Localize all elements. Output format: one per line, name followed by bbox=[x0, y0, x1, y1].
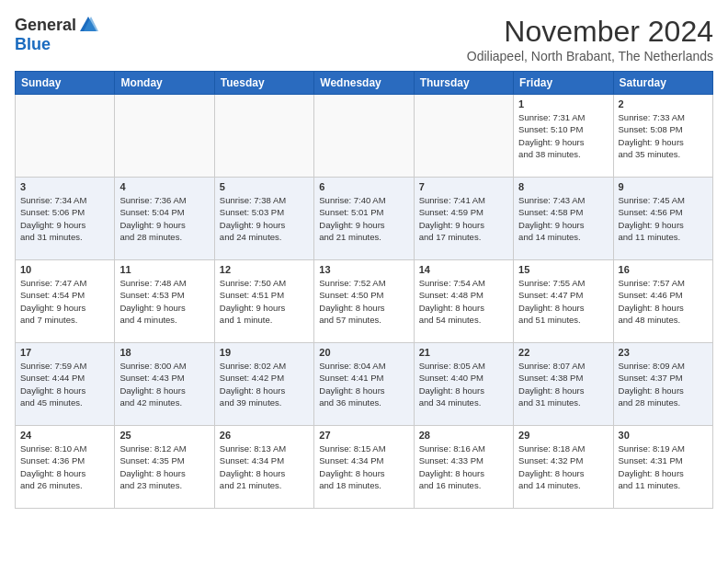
day-number: 25 bbox=[119, 430, 209, 441]
day-info: Sunrise: 8:04 AM Sunset: 4:41 PM Dayligh… bbox=[319, 360, 408, 408]
calendar-cell: 9Sunrise: 7:45 AM Sunset: 4:56 PM Daylig… bbox=[613, 178, 712, 260]
day-number: 5 bbox=[220, 181, 309, 192]
day-number: 27 bbox=[319, 430, 408, 441]
day-info: Sunrise: 8:12 AM Sunset: 4:35 PM Dayligh… bbox=[119, 442, 209, 491]
day-info: Sunrise: 7:47 AM Sunset: 4:54 PM Dayligh… bbox=[20, 277, 109, 326]
day-number: 8 bbox=[518, 181, 608, 192]
logo-blue-text: Blue bbox=[15, 35, 51, 53]
day-number: 19 bbox=[220, 347, 309, 358]
calendar-cell bbox=[214, 95, 313, 178]
day-number: 9 bbox=[619, 181, 708, 192]
month-title: November 2024 bbox=[467, 15, 713, 49]
day-info: Sunrise: 7:54 AM Sunset: 4:48 PM Dayligh… bbox=[419, 277, 508, 326]
day-info: Sunrise: 7:50 AM Sunset: 4:51 PM Dayligh… bbox=[220, 277, 309, 326]
day-number: 24 bbox=[20, 430, 109, 441]
calendar-cell: 21Sunrise: 8:05 AM Sunset: 4:40 PM Dayli… bbox=[414, 343, 513, 426]
calendar-cell bbox=[16, 95, 115, 178]
day-number: 6 bbox=[319, 181, 408, 192]
day-number: 1 bbox=[518, 98, 608, 109]
calendar-cell bbox=[414, 95, 513, 178]
day-number: 16 bbox=[619, 264, 708, 275]
calendar-cell: 18Sunrise: 8:00 AM Sunset: 4:43 PM Dayli… bbox=[115, 343, 214, 426]
calendar-cell: 15Sunrise: 7:55 AM Sunset: 4:47 PM Dayli… bbox=[514, 260, 613, 343]
day-info: Sunrise: 7:59 AM Sunset: 4:44 PM Dayligh… bbox=[20, 360, 109, 408]
day-info: Sunrise: 7:33 AM Sunset: 5:08 PM Dayligh… bbox=[619, 111, 708, 160]
day-number: 10 bbox=[20, 264, 109, 275]
day-number: 11 bbox=[119, 264, 209, 275]
weekday-header-sunday: Sunday bbox=[16, 72, 115, 95]
weekday-header-monday: Monday bbox=[115, 72, 214, 95]
day-info: Sunrise: 8:05 AM Sunset: 4:40 PM Dayligh… bbox=[419, 360, 508, 408]
day-number: 26 bbox=[220, 430, 309, 441]
day-info: Sunrise: 7:43 AM Sunset: 4:58 PM Dayligh… bbox=[518, 194, 608, 243]
day-number: 17 bbox=[20, 347, 109, 358]
day-info: Sunrise: 7:38 AM Sunset: 5:03 PM Dayligh… bbox=[220, 194, 309, 243]
calendar-cell: 27Sunrise: 8:15 AM Sunset: 4:34 PM Dayli… bbox=[314, 426, 414, 509]
day-info: Sunrise: 7:45 AM Sunset: 4:56 PM Dayligh… bbox=[619, 194, 708, 243]
calendar-cell: 26Sunrise: 8:13 AM Sunset: 4:34 PM Dayli… bbox=[214, 426, 313, 509]
calendar-cell: 17Sunrise: 7:59 AM Sunset: 4:44 PM Dayli… bbox=[16, 343, 115, 426]
weekday-header-wednesday: Wednesday bbox=[314, 72, 414, 95]
day-number: 29 bbox=[518, 430, 608, 441]
day-info: Sunrise: 8:15 AM Sunset: 4:34 PM Dayligh… bbox=[319, 442, 408, 491]
day-number: 23 bbox=[619, 347, 708, 358]
calendar-cell: 12Sunrise: 7:50 AM Sunset: 4:51 PM Dayli… bbox=[214, 260, 313, 343]
day-info: Sunrise: 7:55 AM Sunset: 4:47 PM Dayligh… bbox=[518, 277, 608, 326]
day-number: 18 bbox=[119, 347, 209, 358]
calendar-cell: 5Sunrise: 7:38 AM Sunset: 5:03 PM Daylig… bbox=[214, 178, 313, 260]
calendar-cell: 10Sunrise: 7:47 AM Sunset: 4:54 PM Dayli… bbox=[16, 260, 115, 343]
day-number: 30 bbox=[619, 430, 708, 441]
day-number: 21 bbox=[419, 347, 508, 358]
day-number: 22 bbox=[518, 347, 608, 358]
weekday-header-thursday: Thursday bbox=[414, 72, 513, 95]
calendar-cell: 20Sunrise: 8:04 AM Sunset: 4:41 PM Dayli… bbox=[314, 343, 414, 426]
day-info: Sunrise: 7:36 AM Sunset: 5:04 PM Dayligh… bbox=[119, 194, 209, 243]
day-number: 14 bbox=[419, 264, 508, 275]
calendar-cell: 2Sunrise: 7:33 AM Sunset: 5:08 PM Daylig… bbox=[613, 95, 712, 178]
calendar-cell: 13Sunrise: 7:52 AM Sunset: 4:50 PM Dayli… bbox=[314, 260, 414, 343]
day-number: 2 bbox=[619, 98, 708, 109]
calendar-cell bbox=[314, 95, 414, 178]
day-info: Sunrise: 8:07 AM Sunset: 4:38 PM Dayligh… bbox=[518, 360, 608, 408]
calendar-cell: 25Sunrise: 8:12 AM Sunset: 4:35 PM Dayli… bbox=[115, 426, 214, 509]
day-info: Sunrise: 7:48 AM Sunset: 4:53 PM Dayligh… bbox=[119, 277, 209, 326]
calendar-cell: 7Sunrise: 7:41 AM Sunset: 4:59 PM Daylig… bbox=[414, 178, 513, 260]
weekday-header-saturday: Saturday bbox=[613, 72, 712, 95]
day-info: Sunrise: 8:00 AM Sunset: 4:43 PM Dayligh… bbox=[119, 360, 209, 408]
day-number: 15 bbox=[518, 264, 608, 275]
calendar-cell: 23Sunrise: 8:09 AM Sunset: 4:37 PM Dayli… bbox=[613, 343, 712, 426]
day-info: Sunrise: 7:34 AM Sunset: 5:06 PM Dayligh… bbox=[20, 194, 109, 243]
day-info: Sunrise: 8:18 AM Sunset: 4:32 PM Dayligh… bbox=[518, 442, 608, 491]
calendar-cell: 29Sunrise: 8:18 AM Sunset: 4:32 PM Dayli… bbox=[514, 426, 613, 509]
day-number: 7 bbox=[419, 181, 508, 192]
day-number: 12 bbox=[220, 264, 309, 275]
calendar-cell: 30Sunrise: 8:19 AM Sunset: 4:31 PM Dayli… bbox=[613, 426, 712, 509]
calendar-cell: 24Sunrise: 8:10 AM Sunset: 4:36 PM Dayli… bbox=[16, 426, 115, 509]
page-header: General Blue November 2024 Odiliapeel, N… bbox=[15, 15, 713, 63]
day-info: Sunrise: 7:52 AM Sunset: 4:50 PM Dayligh… bbox=[319, 277, 408, 326]
weekday-header-friday: Friday bbox=[514, 72, 613, 95]
day-info: Sunrise: 7:40 AM Sunset: 5:01 PM Dayligh… bbox=[319, 194, 408, 243]
calendar-cell: 4Sunrise: 7:36 AM Sunset: 5:04 PM Daylig… bbox=[115, 178, 214, 260]
weekday-header-tuesday: Tuesday bbox=[214, 72, 313, 95]
day-info: Sunrise: 8:10 AM Sunset: 4:36 PM Dayligh… bbox=[20, 442, 109, 491]
day-info: Sunrise: 8:02 AM Sunset: 4:42 PM Dayligh… bbox=[220, 360, 309, 408]
day-number: 4 bbox=[119, 181, 209, 192]
calendar-header-row: SundayMondayTuesdayWednesdayThursdayFrid… bbox=[16, 72, 713, 95]
calendar-cell: 28Sunrise: 8:16 AM Sunset: 4:33 PM Dayli… bbox=[414, 426, 513, 509]
calendar-table: SundayMondayTuesdayWednesdayThursdayFrid… bbox=[15, 71, 713, 509]
title-block: November 2024 Odiliapeel, North Brabant,… bbox=[467, 15, 713, 63]
day-info: Sunrise: 8:16 AM Sunset: 4:33 PM Dayligh… bbox=[419, 442, 508, 491]
calendar-cell: 16Sunrise: 7:57 AM Sunset: 4:46 PM Dayli… bbox=[613, 260, 712, 343]
calendar-cell: 6Sunrise: 7:40 AM Sunset: 5:01 PM Daylig… bbox=[314, 178, 414, 260]
logo-icon bbox=[78, 15, 98, 35]
day-info: Sunrise: 7:41 AM Sunset: 4:59 PM Dayligh… bbox=[419, 194, 508, 243]
logo: General Blue bbox=[15, 15, 98, 54]
location-subtitle: Odiliapeel, North Brabant, The Netherlan… bbox=[467, 49, 713, 63]
day-number: 28 bbox=[419, 430, 508, 441]
day-number: 3 bbox=[20, 181, 109, 192]
day-info: Sunrise: 8:13 AM Sunset: 4:34 PM Dayligh… bbox=[220, 442, 309, 491]
calendar-cell: 3Sunrise: 7:34 AM Sunset: 5:06 PM Daylig… bbox=[16, 178, 115, 260]
calendar-cell: 14Sunrise: 7:54 AM Sunset: 4:48 PM Dayli… bbox=[414, 260, 513, 343]
logo-general: General bbox=[15, 16, 76, 35]
